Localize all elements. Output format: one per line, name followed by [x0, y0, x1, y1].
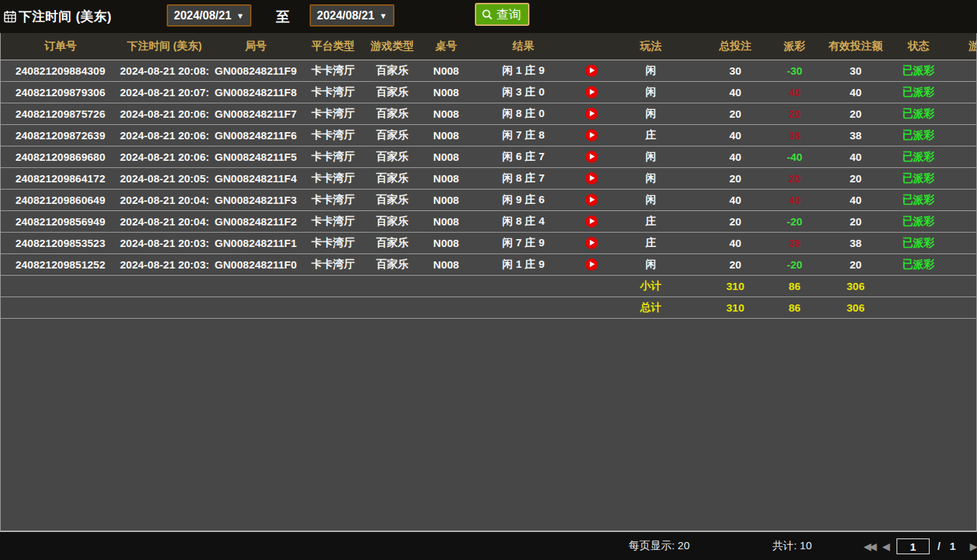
cell-result: 闲 1 庄 9	[471, 253, 575, 275]
replay-video-icon[interactable]	[585, 129, 598, 141]
cell-game: -	[938, 253, 977, 275]
total-row-table-no	[421, 297, 471, 318]
cell-play-icon	[575, 167, 608, 189]
cell-game-type: 百家乐	[364, 81, 421, 103]
replay-video-icon[interactable]	[585, 108, 598, 120]
cell-game-type: 百家乐	[364, 124, 421, 146]
next-page-button[interactable]: ▶	[970, 532, 976, 560]
cell-order-id: 240821209856949	[1, 210, 120, 232]
cell-play-type: 闲	[608, 81, 694, 103]
cell-platform: 卡卡湾厅	[302, 81, 364, 103]
column-header-total-bet: 总投注	[694, 33, 777, 60]
table-row: 2408212098641722024-08-21 20:05:13GN0082…	[1, 167, 977, 189]
total-row-play-icon	[575, 297, 608, 318]
subtotal-row-valid-bet: 306	[812, 275, 899, 297]
column-header-game: 游戏	[938, 33, 977, 60]
subtotal-row-total-bet: 310	[694, 275, 777, 297]
cell-round-id: GN008248211F4	[209, 167, 302, 189]
cell-table-no: N008	[421, 210, 471, 232]
replay-video-icon[interactable]	[585, 65, 598, 77]
cell-table-no: N008	[421, 189, 471, 210]
date-from-select[interactable]: 2024/08/21 ▼	[167, 4, 251, 27]
cell-round-id: GN008248211F6	[209, 124, 302, 146]
subtotal-row-bet-time	[120, 275, 209, 297]
column-header-bet-time: 下注时间 (美东)	[120, 33, 209, 60]
subtotal-row-platform	[302, 275, 364, 297]
cell-play-icon	[575, 103, 608, 124]
subtotal-row-order-id	[1, 275, 120, 297]
replay-video-icon[interactable]	[585, 151, 598, 163]
cell-valid-bet: 20	[812, 167, 899, 189]
cell-status: 已派彩	[899, 167, 938, 189]
date-from-value: 2024/08/21	[174, 9, 231, 22]
column-header-game-type: 游戏类型	[364, 33, 421, 60]
cell-platform: 卡卡湾厅	[302, 232, 364, 253]
bet-records-table: 订单号下注时间 (美东)局号平台类型游戏类型桌号结果玩法总投注派彩有效投注额状态…	[1, 33, 977, 319]
cell-table-no: N008	[421, 103, 471, 124]
page-size-label: 每页显示: 20	[629, 532, 690, 560]
cell-total-bet: 40	[694, 189, 777, 210]
total-row-total-bet: 310	[694, 297, 777, 318]
replay-video-icon[interactable]	[585, 194, 598, 206]
subtotal-row-play-type: 小计	[608, 275, 694, 297]
total-row-order-id	[1, 297, 120, 318]
replay-video-icon[interactable]	[585, 86, 598, 98]
column-header-payout: 派彩	[777, 33, 812, 60]
cell-bet-time: 2024-08-21 20:07:32	[120, 81, 209, 103]
subtotal-row-result	[471, 275, 575, 297]
cell-order-id: 240821209879306	[1, 81, 120, 103]
subtotal-row-play-icon	[575, 275, 608, 297]
cell-game-type: 百家乐	[364, 60, 421, 81]
replay-video-icon[interactable]	[585, 215, 598, 228]
cell-order-id: 240821209872639	[1, 124, 120, 146]
cell-bet-time: 2024-08-21 20:03:14	[120, 253, 209, 275]
cell-total-bet: 20	[694, 103, 777, 124]
cell-total-bet: 40	[694, 124, 777, 146]
bet-records-table-wrap: 订单号下注时间 (美东)局号平台类型游戏类型桌号结果玩法总投注派彩有效投注额状态…	[0, 33, 977, 532]
total-row-game-type	[364, 297, 421, 318]
table-body: 2408212098843092024-08-21 20:08:16GN0082…	[1, 60, 977, 318]
first-page-button[interactable]: ◀◀	[863, 532, 875, 560]
cell-platform: 卡卡湾厅	[302, 189, 364, 210]
cell-bet-time: 2024-08-21 20:06:58	[120, 103, 209, 124]
replay-video-icon[interactable]	[585, 237, 598, 249]
cell-result: 闲 8 庄 7	[471, 167, 575, 189]
column-header-platform: 平台类型	[302, 33, 364, 60]
table-row: 2408212098696802024-08-21 20:06:01GN0082…	[1, 146, 977, 167]
cell-result: 闲 8 庄 0	[471, 103, 575, 124]
cell-valid-bet: 40	[812, 189, 899, 210]
current-page-input[interactable]	[897, 538, 930, 554]
cell-total-bet: 20	[694, 253, 777, 275]
cell-status: 已派彩	[899, 124, 938, 146]
cell-platform: 卡卡湾厅	[302, 167, 364, 189]
replay-video-icon[interactable]	[585, 258, 598, 271]
total-row-payout: 86	[777, 297, 812, 318]
cell-game-type: 百家乐	[364, 103, 421, 124]
cell-valid-bet: 20	[812, 210, 899, 232]
cell-bet-time: 2024-08-21 20:08:16	[120, 60, 209, 81]
cell-payout: 20	[777, 103, 812, 124]
pagination-bar: 每页显示: 20 共计: 10 ◀◀ ◀ / 1 ▶	[0, 532, 977, 560]
cell-payout: 38	[777, 232, 812, 253]
date-to-select[interactable]: 2024/08/21 ▼	[310, 4, 394, 27]
search-button-label: 查询	[496, 6, 521, 23]
subtotal-row-status	[899, 275, 938, 297]
cell-total-bet: 40	[694, 146, 777, 167]
page-divider: /	[937, 532, 940, 560]
search-button[interactable]: 查询	[475, 3, 529, 26]
cell-play-icon	[575, 146, 608, 167]
cell-result: 闲 1 庄 9	[471, 60, 575, 81]
column-header-play-type: 玩法	[608, 33, 694, 60]
cell-game-type: 百家乐	[364, 189, 421, 210]
column-header-status: 状态	[899, 33, 938, 60]
replay-video-icon[interactable]	[585, 172, 598, 185]
column-header-order-id: 订单号	[1, 33, 120, 60]
subtotal-row-round-id	[209, 275, 302, 297]
cell-play-type: 闲	[608, 146, 694, 167]
cell-game: -	[938, 167, 977, 189]
cell-bet-time: 2024-08-21 20:03:35	[120, 232, 209, 253]
cell-order-id: 240821209864172	[1, 167, 120, 189]
cell-game-type: 百家乐	[364, 167, 421, 189]
previous-page-button[interactable]: ◀	[882, 532, 888, 560]
cell-order-id: 240821209860649	[1, 189, 120, 210]
